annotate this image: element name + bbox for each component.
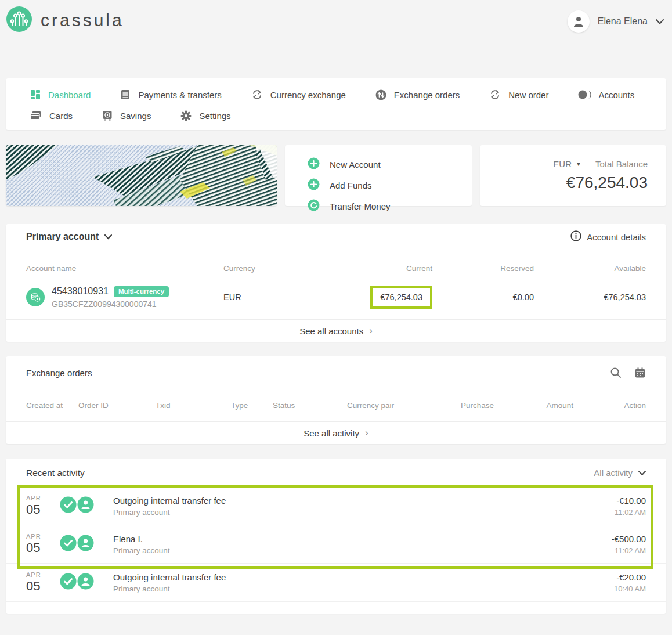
exchange-orders-icon: [375, 89, 386, 100]
tab-payments-transfers[interactable]: Payments & transfers: [120, 89, 221, 100]
chevron-down-icon: ▼: [576, 161, 581, 167]
tab-new-order[interactable]: New order: [489, 89, 548, 100]
accounts-icon: [578, 89, 591, 100]
exchange-orders-title: Exchange orders: [26, 368, 92, 378]
tab-currency-exchange[interactable]: Currency exchange: [251, 89, 346, 100]
orders-table-header: Created at Order ID Txid Type Status Cur…: [6, 389, 666, 421]
activity-month: APR: [26, 571, 60, 578]
chevron-down-icon: [656, 16, 664, 27]
activity-title: Outgoing internal transfer fee: [113, 496, 615, 506]
dashboard-icon: [30, 89, 41, 100]
see-all-activity-link[interactable]: See all activity ›: [6, 421, 666, 444]
available-balance: €76,254.03: [534, 293, 646, 302]
balance-currency: EUR: [553, 159, 572, 169]
activity-month: APR: [26, 495, 60, 501]
calendar-icon[interactable]: [634, 367, 646, 378]
activity-row[interactable]: APR 05 Outgoing internal transfer fee Pr…: [6, 564, 666, 602]
recent-activity-title: Recent activity: [26, 468, 85, 478]
activity-filter-select[interactable]: All activity: [594, 468, 646, 478]
activity-amount: -€10.00: [615, 496, 646, 506]
nav-label: Savings: [120, 111, 151, 121]
status-check-icon: [60, 573, 77, 592]
new-account-button[interactable]: New Account: [308, 157, 472, 172]
col-amount: Amount: [494, 401, 573, 410]
chevron-right-icon: ›: [369, 325, 373, 337]
status-check-icon: [60, 535, 77, 554]
activity-row[interactable]: APR 05 Elena I. Primary account: [6, 525, 666, 564]
activity-time: 11:02 AM: [612, 546, 646, 555]
chevron-down-icon: [104, 232, 112, 242]
nav-row-2: Cards Savings Settings: [30, 107, 642, 124]
summary-row: New Account Add Funds Transfer Money EUR…: [6, 145, 666, 206]
primary-account-card: Primary account Account details Account …: [6, 224, 666, 342]
add-funds-button[interactable]: Add Funds: [308, 178, 472, 193]
dashboard-page: crassula Elena Elena Dashboard: [0, 0, 672, 635]
highlighted-rows-group: APR 05 Outgoing internal transfer fee: [6, 487, 666, 564]
nav-row-1: Dashboard Payments & transfers Currency …: [30, 86, 642, 103]
activity-date: APR 05: [26, 533, 60, 555]
exchange-orders-card: Exchange orders Created at Order ID Txid…: [6, 356, 666, 444]
account-selector-label: Primary account: [26, 232, 99, 242]
nav-label: New order: [508, 90, 548, 100]
col-status: Status: [273, 401, 347, 410]
recent-activity-card: Recent activity All activity APR 05: [6, 459, 666, 614]
current-balance-highlighted: €76,254.03: [370, 286, 432, 309]
col-reserved: Reserved: [432, 264, 534, 273]
col-currency-pair: Currency pair: [347, 401, 457, 410]
account-selector[interactable]: Primary account: [26, 232, 112, 242]
activity-amount: -€500.00: [612, 534, 646, 544]
cards-icon: [30, 111, 42, 120]
nav-label: Accounts: [598, 90, 634, 100]
multi-currency-badge: Multi-currency: [114, 286, 169, 297]
transfer-money-button[interactable]: Transfer Money: [308, 199, 472, 214]
plus-circle-icon: [308, 178, 320, 193]
col-txid: Txid: [156, 401, 231, 410]
nav-label: Payments & transfers: [138, 90, 221, 100]
account-details-label: Account details: [587, 232, 646, 242]
counterparty-person-icon: [77, 535, 94, 554]
col-order-id: Order ID: [78, 401, 156, 410]
user-avatar: [568, 10, 590, 33]
activity-title: Elena I.: [113, 534, 612, 544]
info-icon: [570, 230, 581, 243]
tab-dashboard[interactable]: Dashboard: [30, 89, 91, 100]
activity-time: 10:40 AM: [614, 585, 646, 593]
col-purchase: Purchase: [457, 401, 494, 410]
chevron-right-icon: ›: [365, 427, 368, 439]
see-all-accounts-link[interactable]: See all accounts ›: [6, 319, 666, 342]
action-label: New Account: [330, 160, 381, 169]
activity-date: APR 05: [26, 495, 60, 517]
see-all-accounts-label: See all accounts: [299, 326, 363, 336]
account-iban: GB35CFZZ00994300000741: [52, 300, 169, 309]
activity-title: Outgoing internal transfer fee: [113, 572, 614, 582]
account-currency: EUR: [223, 293, 368, 302]
crassula-logo-icon: [6, 6, 32, 35]
payments-icon: [120, 89, 131, 100]
tab-accounts[interactable]: Accounts: [578, 89, 634, 100]
tab-cards[interactable]: Cards: [30, 111, 73, 121]
total-balance-label: Total Balance: [595, 159, 648, 169]
exchange-arrows-icon: [251, 89, 263, 100]
col-available: Available: [534, 264, 646, 273]
user-menu[interactable]: Elena Elena: [568, 10, 664, 33]
account-coins-icon: [26, 288, 45, 306]
savings-icon: [102, 110, 113, 121]
activity-day: 05: [26, 540, 60, 555]
tab-exchange-orders[interactable]: Exchange orders: [375, 89, 460, 100]
account-details-button[interactable]: Account details: [570, 230, 646, 243]
tab-savings[interactable]: Savings: [102, 110, 151, 121]
col-current: Current: [368, 264, 432, 273]
tab-settings[interactable]: Settings: [180, 110, 230, 121]
main-nav: Dashboard Payments & transfers Currency …: [6, 78, 666, 130]
activity-month: APR: [26, 533, 60, 540]
search-icon[interactable]: [610, 367, 622, 378]
accounts-table: Account name Currency Current Reserved A…: [6, 250, 666, 319]
col-account-name: Account name: [26, 264, 223, 273]
brand-name: crassula: [41, 10, 124, 30]
account-row[interactable]: 45438010931 Multi-currency GB35CFZZ00994…: [26, 286, 646, 309]
activity-row[interactable]: APR 05 Outgoing internal transfer fee: [6, 487, 666, 525]
nav-label: Settings: [199, 111, 230, 121]
brand[interactable]: crassula: [6, 6, 124, 35]
balance-currency-select[interactable]: EUR ▼: [553, 159, 581, 169]
total-balance-amount: €76,254.03: [480, 174, 648, 192]
